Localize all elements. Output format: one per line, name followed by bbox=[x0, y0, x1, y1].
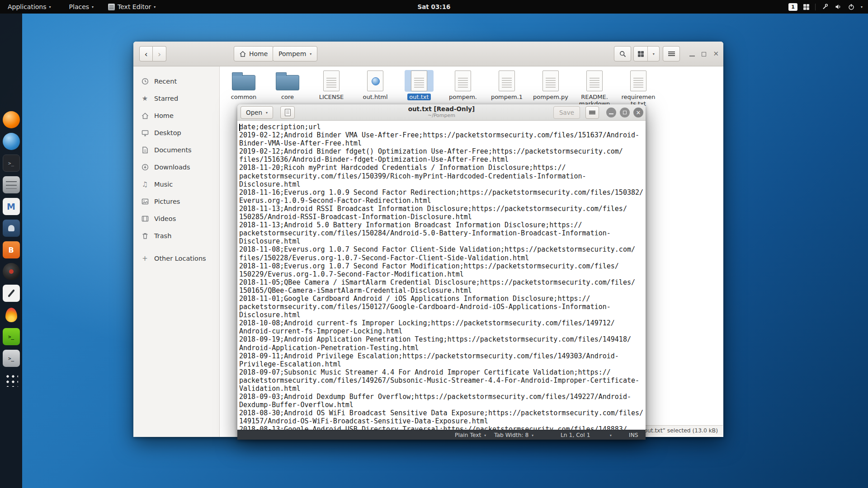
editor-subtitle: ~/Pompem bbox=[328, 113, 555, 118]
applications-menu-label: Applications bbox=[8, 3, 47, 10]
folder-icon bbox=[276, 75, 299, 90]
close-icon[interactable]: ✕ bbox=[633, 108, 643, 117]
editor-menu-button[interactable] bbox=[585, 106, 599, 119]
save-button[interactable]: Save bbox=[553, 106, 580, 119]
burpsuite-icon[interactable]: B bbox=[3, 241, 20, 258]
armitage-icon[interactable] bbox=[3, 220, 20, 237]
path-home-button[interactable]: Home bbox=[234, 46, 274, 61]
keyboard-layout-indicator[interactable]: 1 bbox=[788, 3, 797, 11]
firefox-icon[interactable] bbox=[3, 111, 20, 128]
view-toggle-button[interactable]: ▾ bbox=[633, 46, 660, 61]
insert-mode-label: INS bbox=[629, 432, 638, 438]
tools-icon[interactable] bbox=[821, 3, 829, 10]
text-file-icon bbox=[499, 70, 515, 91]
grid-view-icon bbox=[638, 51, 644, 57]
tab-width-label: Tab Width: 8 bbox=[494, 432, 528, 438]
places-menu[interactable]: Places ▾ bbox=[66, 0, 97, 14]
grey-terminal-icon[interactable]: >_ bbox=[3, 350, 20, 367]
picture-icon bbox=[141, 198, 149, 205]
minimize-icon[interactable] bbox=[606, 108, 616, 117]
editor-text-content: date;description;url 2019-02-12;Android … bbox=[237, 121, 646, 430]
sidebar-item-music[interactable]: ♫ Music bbox=[133, 176, 219, 193]
minimize-icon[interactable] bbox=[689, 56, 695, 56]
text-editor-menu-label: Text Editor bbox=[118, 3, 151, 10]
tab-width-selector[interactable]: Tab Width: 8 ▾ bbox=[494, 430, 533, 440]
chevron-down-icon: ▾ bbox=[610, 433, 612, 437]
maximize-icon[interactable] bbox=[702, 52, 706, 56]
file-label: pompem.py bbox=[531, 94, 570, 100]
sidebar-item-label: Downloads bbox=[154, 164, 190, 171]
sidebar-item-pictures[interactable]: Pictures bbox=[133, 193, 219, 210]
editor-title: out.txt [Read-Only] bbox=[328, 105, 555, 113]
text-file-icon bbox=[586, 70, 603, 91]
text-file-icon bbox=[455, 70, 471, 91]
power-icon[interactable] bbox=[848, 3, 855, 10]
file-label: out.html bbox=[361, 94, 389, 100]
terminal-icon[interactable]: >_ bbox=[3, 155, 20, 172]
sidebar-item-recent[interactable]: Recent bbox=[133, 73, 219, 90]
editor-text-area[interactable]: date;description;url 2019-02-12;Android … bbox=[237, 121, 646, 430]
music-note-icon: ♫ bbox=[141, 180, 149, 188]
forward-button[interactable]: › bbox=[153, 46, 166, 61]
flame-icon[interactable] bbox=[3, 306, 20, 324]
workspace-grid-icon[interactable] bbox=[803, 4, 809, 10]
chevron-down-icon: ▾ bbox=[532, 433, 533, 437]
file-label: common bbox=[229, 94, 259, 100]
cursor-position-indicator[interactable]: Ln 1, Col 1 bbox=[561, 430, 615, 440]
sidebar-item-videos[interactable]: Videos bbox=[133, 210, 219, 227]
volume-icon[interactable] bbox=[835, 3, 842, 10]
file-label: pompem. bbox=[447, 94, 479, 100]
sidebar-item-label: Trash bbox=[154, 232, 171, 239]
text-cursor bbox=[239, 124, 240, 131]
text-editor-icon bbox=[108, 4, 115, 10]
sidebar-item-documents[interactable]: Documents bbox=[133, 141, 219, 159]
browser-icon[interactable] bbox=[3, 133, 20, 150]
language-selector[interactable]: Plain Text ▾ bbox=[455, 430, 486, 440]
current-folder-button[interactable]: Pompem ▾ bbox=[273, 46, 317, 61]
insert-mode-indicator[interactable]: INS bbox=[629, 430, 638, 440]
new-document-button[interactable] bbox=[280, 106, 295, 119]
green-terminal-icon[interactable]: >_ bbox=[3, 328, 20, 345]
files-status-bar: “out.txt” selected (13.0 kB) bbox=[636, 425, 723, 436]
show-apps-icon[interactable] bbox=[3, 371, 20, 389]
sidebar-item-desktop[interactable]: Desktop bbox=[133, 124, 219, 141]
html-file-icon bbox=[367, 70, 383, 91]
files-sidebar: Recent ★ Starred Home Desktop Documents … bbox=[133, 66, 220, 437]
path-home-label: Home bbox=[249, 50, 268, 57]
back-button[interactable]: ‹ bbox=[139, 46, 153, 61]
beef-icon[interactable] bbox=[3, 263, 20, 280]
chevron-down-icon: ▾ bbox=[484, 433, 486, 437]
sidebar-item-label: Videos bbox=[154, 215, 176, 222]
sidebar-item-label: Desktop bbox=[154, 129, 181, 136]
close-icon[interactable]: ✕ bbox=[713, 51, 719, 57]
sidebar-item-trash[interactable]: Trash bbox=[133, 227, 219, 244]
pin-icon[interactable] bbox=[3, 285, 20, 302]
star-icon: ★ bbox=[141, 94, 149, 103]
sidebar-item-label: Recent bbox=[154, 78, 177, 85]
cursor-position-label: Ln 1, Col 1 bbox=[561, 432, 590, 438]
open-button[interactable]: Open ▾ bbox=[241, 106, 273, 119]
top-bar: Applications ▾ Places ▾ Text Editor ▾ Sa… bbox=[0, 0, 868, 14]
system-menu-chevron-icon[interactable]: ▾ bbox=[861, 5, 863, 9]
folder-icon bbox=[232, 75, 255, 90]
new-document-icon bbox=[285, 109, 291, 116]
sidebar-item-label: Starred bbox=[154, 95, 178, 102]
sidebar-item-downloads[interactable]: Downloads bbox=[133, 159, 219, 176]
text-editor-menu[interactable]: Text Editor ▾ bbox=[105, 0, 158, 14]
applications-menu[interactable]: Applications ▾ bbox=[5, 0, 54, 14]
maximize-icon[interactable] bbox=[620, 108, 630, 117]
dock: >_ M B >_ >_ bbox=[0, 14, 22, 488]
search-button[interactable] bbox=[614, 46, 631, 61]
sidebar-item-label: Music bbox=[154, 181, 173, 188]
plus-icon: + bbox=[141, 254, 149, 263]
file-cabinet-icon[interactable] bbox=[3, 176, 20, 193]
desktop-icon bbox=[141, 130, 149, 136]
files-menu-button[interactable] bbox=[663, 46, 680, 61]
sidebar-item-other-locations[interactable]: + Other Locations bbox=[133, 250, 219, 267]
clock-label[interactable]: Sat 03:16 bbox=[418, 3, 451, 10]
sidebar-item-home[interactable]: Home bbox=[133, 107, 219, 124]
editor-title-area: out.txt [Read-Only] ~/Pompem bbox=[328, 105, 555, 118]
current-folder-label: Pompem bbox=[278, 50, 306, 57]
metasploit-icon[interactable]: M bbox=[3, 198, 20, 215]
sidebar-item-starred[interactable]: ★ Starred bbox=[133, 90, 219, 107]
